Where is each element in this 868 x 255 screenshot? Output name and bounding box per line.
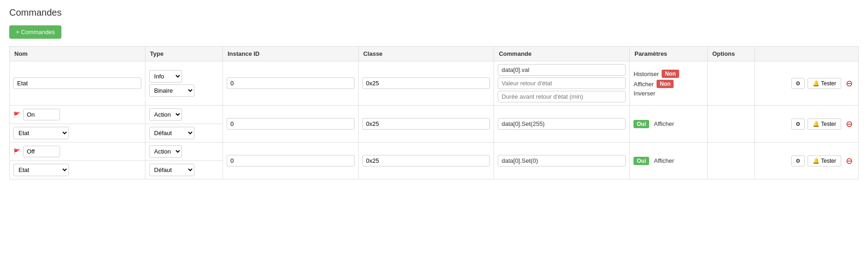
nom-row-2a: 🚩 xyxy=(13,109,141,120)
nom-select-3b[interactable]: Etat xyxy=(13,164,69,176)
type-cell: Info Action Binaire Numérique Autre xyxy=(145,61,223,106)
params-cell-2: Oui Afficher xyxy=(630,106,707,142)
param-afficher-label: Afficher xyxy=(633,81,654,88)
type-selects: Info Action Binaire Numérique Autre xyxy=(149,70,219,97)
classe-cell xyxy=(358,61,494,106)
param-oui-afficher-3: Oui Afficher xyxy=(633,157,703,165)
col-options: Options xyxy=(707,47,754,61)
param-inverser-label: Inverser xyxy=(633,90,655,97)
options-cell-3 xyxy=(707,142,754,179)
instance-id-input-2[interactable] xyxy=(227,118,355,130)
type-select-row-2a: Action Info xyxy=(149,108,219,121)
commande-block xyxy=(498,64,626,102)
type-select-2[interactable]: Binaire Numérique Autre xyxy=(149,84,194,97)
col-commande: Commande xyxy=(494,47,630,61)
badge-afficher-non: Non xyxy=(657,80,674,88)
type-cell-2a: Action Info xyxy=(145,106,223,124)
settings-button-1[interactable]: ⚙ xyxy=(791,78,805,89)
param-oui-afficher-2: Oui Afficher xyxy=(633,120,703,128)
table-row: 🚩 Action Info xyxy=(10,106,859,124)
commande-cell-3 xyxy=(494,142,630,179)
instance-id-input-3[interactable] xyxy=(227,155,355,166)
nom-cell-3a: 🚩 xyxy=(10,142,145,161)
classe-input[interactable] xyxy=(362,77,490,89)
type-cell-3b: Défaut Binaire Numérique xyxy=(145,161,223,179)
badge-oui-2: Oui xyxy=(633,120,649,128)
tester-button-1[interactable]: 🔔 Tester xyxy=(808,78,841,89)
settings-button-2[interactable]: ⚙ xyxy=(791,119,805,130)
params-cell: Historiser Non Afficher Non Inverser xyxy=(630,61,707,106)
col-nom: Nom xyxy=(10,47,145,61)
actions-cell-1: ⚙ 🔔 Tester ⊖ xyxy=(755,61,859,106)
params-grid: Historiser Non Afficher Non Inverser xyxy=(633,70,703,97)
nom-select-2b[interactable]: Etat xyxy=(13,127,69,139)
param-inverser: Inverser xyxy=(633,90,703,97)
commande-cell xyxy=(494,61,630,106)
classe-input-2[interactable] xyxy=(362,118,490,130)
col-parametres: Paramètres xyxy=(630,47,707,61)
classe-cell-2 xyxy=(358,106,494,142)
nom-select-row-3b: Etat xyxy=(13,164,141,176)
actions-cell-3: ⚙ 🔔 Tester ⊖ xyxy=(755,142,859,179)
nom-cell-2b: Etat xyxy=(10,124,145,142)
params-cell-3: Oui Afficher xyxy=(630,142,707,179)
classe-cell-3 xyxy=(358,142,494,179)
add-commandes-button[interactable]: + Commandes xyxy=(9,25,61,39)
type-select-1[interactable]: Info Action xyxy=(149,70,182,83)
commande-input-2a[interactable] xyxy=(498,118,626,130)
actions-group-2: ⚙ 🔔 Tester ⊖ xyxy=(759,119,855,130)
param-afficher-label-2: Afficher xyxy=(654,120,674,127)
type-select-row-3b: Défaut Binaire Numérique xyxy=(149,164,219,176)
nom-input-3[interactable] xyxy=(23,146,60,157)
badge-oui-3: Oui xyxy=(633,157,649,165)
tester-button-3[interactable]: 🔔 Tester xyxy=(808,155,841,166)
type-select-3a[interactable]: Action Info xyxy=(149,145,182,158)
type-cell-2b: Défaut Binaire Numérique xyxy=(145,124,223,142)
col-type: Type xyxy=(145,47,223,61)
commande-input-3[interactable] xyxy=(498,91,626,102)
commande-cell-2 xyxy=(494,106,630,142)
options-cell-2 xyxy=(707,106,754,142)
col-actions xyxy=(755,47,859,61)
type-select-3b[interactable]: Défaut Binaire Numérique xyxy=(149,164,194,176)
remove-button-1[interactable]: ⊖ xyxy=(844,79,855,88)
instance-id-cell xyxy=(223,61,358,106)
instance-id-input[interactable] xyxy=(227,77,355,89)
col-classe: Classe xyxy=(358,47,494,61)
instance-id-cell-2 xyxy=(223,106,358,142)
nom-row-3a: 🚩 xyxy=(13,146,141,157)
nom-select-row-2b: Etat xyxy=(13,127,141,139)
nom-cell-3b: Etat xyxy=(10,161,145,179)
actions-cell-2: ⚙ 🔔 Tester ⊖ xyxy=(755,106,859,142)
tester-button-2[interactable]: 🔔 Tester xyxy=(808,119,841,130)
param-afficher-label-3: Afficher xyxy=(654,157,674,164)
type-select-2a[interactable]: Action Info xyxy=(149,108,182,121)
nom-input-2[interactable] xyxy=(23,109,60,120)
remove-button-2[interactable]: ⊖ xyxy=(844,120,855,128)
type-select-row-3a: Action Info xyxy=(149,145,219,158)
col-instance-id: Instance ID xyxy=(223,47,358,61)
type-select-2b[interactable]: Défaut Binaire Numérique xyxy=(149,127,194,139)
options-cell-1 xyxy=(707,61,754,106)
badge-historiser-non: Non xyxy=(662,70,679,78)
settings-button-3[interactable]: ⚙ xyxy=(791,155,805,166)
type-cell-3a: Action Info xyxy=(145,142,223,161)
classe-input-3[interactable] xyxy=(362,155,490,166)
instance-id-cell-3 xyxy=(223,142,358,179)
param-afficher: Afficher Non xyxy=(633,80,703,88)
actions-group-3: ⚙ 🔔 Tester ⊖ xyxy=(759,155,855,166)
param-historiser: Historiser Non xyxy=(633,70,703,78)
actions-group-1: ⚙ 🔔 Tester ⊖ xyxy=(759,78,855,89)
commande-input-1[interactable] xyxy=(498,64,626,76)
remove-button-3[interactable]: ⊖ xyxy=(844,157,855,165)
param-historiser-label: Historiser xyxy=(633,71,659,77)
flag-icon-3: 🚩 xyxy=(13,148,20,155)
commande-input-3a[interactable] xyxy=(498,155,626,166)
type-select-row-1: Info Action xyxy=(149,70,219,83)
nom-cell-2a: 🚩 xyxy=(10,106,145,124)
type-select-row-2b: Défaut Binaire Numérique xyxy=(149,127,219,139)
nom-cell xyxy=(10,61,145,106)
table-row: 🚩 Action Info xyxy=(10,142,859,161)
nom-input[interactable] xyxy=(13,77,141,89)
commande-input-2[interactable] xyxy=(498,77,626,89)
